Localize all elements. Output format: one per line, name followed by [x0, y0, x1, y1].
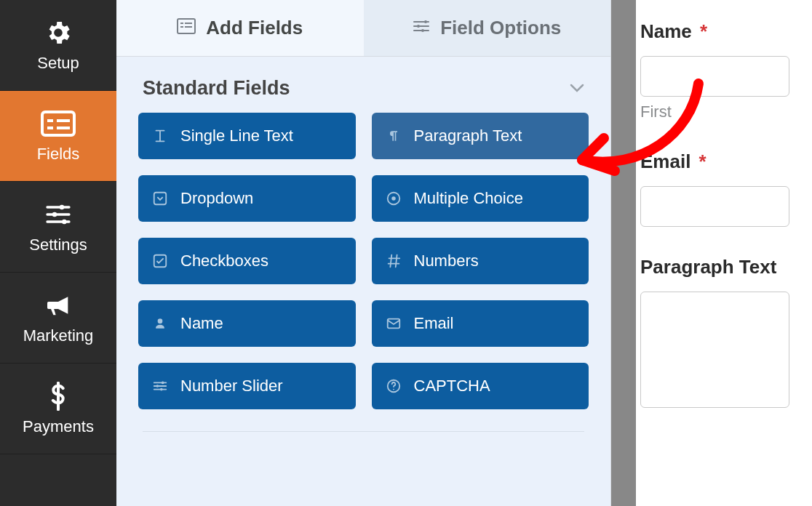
- field-email[interactable]: Email: [372, 300, 589, 347]
- sliders-icon: [413, 17, 430, 39]
- field-label: Name: [180, 314, 223, 333]
- sidebar-item-label: Fields: [37, 145, 80, 164]
- dollar-icon: [49, 381, 68, 411]
- svg-point-6: [52, 212, 57, 217]
- text-cursor-icon: [151, 127, 169, 145]
- svg-rect-12: [185, 26, 192, 28]
- sidebar-item-label: Payments: [23, 417, 94, 436]
- pilcrow-icon: [385, 127, 402, 145]
- svg-rect-2: [57, 119, 70, 122]
- preview-label-paragraph: Paragraph Text: [640, 256, 811, 278]
- sliders-icon: [44, 199, 73, 230]
- section-header[interactable]: Standard Fields: [116, 57, 610, 113]
- sidebar-item-marketing[interactable]: Marketing: [0, 273, 116, 364]
- tab-label: Field Options: [440, 17, 561, 39]
- field-label: CAPTCHA: [414, 377, 490, 395]
- sidebar-item-label: Setup: [37, 54, 79, 73]
- field-label: Dropdown: [180, 189, 253, 208]
- bullhorn-icon: [44, 290, 73, 321]
- preview-field-name: Name * First: [640, 20, 811, 121]
- preview-field-email: Email *: [640, 150, 811, 227]
- tabs: Add Fields Field Options: [116, 0, 610, 57]
- label-text: Email: [640, 150, 690, 172]
- field-label: Numbers: [414, 252, 479, 270]
- sidebar-item-label: Marketing: [23, 326, 94, 345]
- sliders-icon: [151, 377, 169, 395]
- field-label: Checkboxes: [180, 252, 268, 270]
- divider: [143, 431, 584, 432]
- field-label: Multiple Choice: [414, 189, 523, 208]
- gear-icon: [44, 17, 73, 48]
- svg-point-21: [162, 382, 164, 385]
- tab-label: Add Fields: [206, 17, 303, 39]
- panel-gap: [611, 0, 636, 506]
- svg-point-14: [417, 25, 420, 28]
- required-asterisk: *: [699, 150, 706, 172]
- tab-field-options[interactable]: Field Options: [364, 0, 611, 56]
- envelope-icon: [385, 315, 402, 332]
- chevron-down-icon: [570, 82, 584, 95]
- email-input[interactable]: [640, 186, 789, 227]
- svg-point-7: [62, 220, 67, 225]
- svg-point-15: [421, 29, 424, 32]
- list-card-icon: [177, 17, 196, 39]
- svg-rect-11: [180, 26, 183, 28]
- svg-rect-4: [57, 126, 70, 129]
- label-text: Name: [640, 20, 692, 42]
- label-text: Paragraph Text: [640, 256, 776, 278]
- field-single-line-text[interactable]: Single Line Text: [138, 113, 356, 159]
- field-dropdown[interactable]: Dropdown: [138, 175, 356, 222]
- field-name[interactable]: Name: [138, 300, 356, 347]
- sidebar-item-setup[interactable]: Setup: [0, 0, 116, 91]
- radio-icon: [385, 190, 402, 207]
- form-fields-icon: [41, 108, 76, 139]
- svg-point-22: [156, 385, 159, 387]
- question-circle-icon: [385, 377, 402, 395]
- field-label: Single Line Text: [180, 126, 293, 145]
- required-asterisk: *: [700, 20, 707, 42]
- person-icon: [151, 315, 169, 332]
- svg-rect-0: [42, 112, 74, 135]
- svg-rect-9: [180, 23, 183, 24]
- field-grid: Single Line Text Paragraph Text Dropdown…: [116, 113, 610, 431]
- svg-point-5: [60, 205, 65, 210]
- svg-point-23: [160, 388, 163, 391]
- sidebar-item-label: Settings: [29, 236, 87, 254]
- field-number-slider[interactable]: Number Slider: [138, 363, 356, 409]
- paragraph-textarea[interactable]: [640, 292, 789, 408]
- field-captcha[interactable]: CAPTCHA: [372, 363, 589, 409]
- preview-field-paragraph: Paragraph Text: [640, 256, 811, 411]
- field-label: Paragraph Text: [414, 126, 522, 145]
- dropdown-icon: [151, 190, 169, 207]
- checkbox-icon: [151, 252, 169, 270]
- sidebar-item-payments[interactable]: Payments: [0, 364, 116, 454]
- sublabel-first: First: [640, 103, 811, 121]
- hash-icon: [385, 252, 402, 270]
- svg-point-18: [391, 196, 396, 201]
- field-numbers[interactable]: Numbers: [372, 238, 589, 284]
- svg-point-13: [424, 20, 427, 23]
- field-paragraph-text[interactable]: Paragraph Text: [372, 113, 589, 159]
- field-multiple-choice[interactable]: Multiple Choice: [372, 175, 589, 222]
- builder-panel: Add Fields Field Options Standard Fields…: [116, 0, 611, 506]
- sidebar-item-fields[interactable]: Fields: [0, 91, 116, 182]
- svg-rect-10: [185, 23, 192, 24]
- field-checkboxes[interactable]: Checkboxes: [138, 238, 356, 284]
- preview-label-email: Email *: [640, 150, 811, 173]
- preview-label-name: Name *: [640, 20, 811, 43]
- svg-rect-16: [154, 193, 167, 205]
- sidebar: Setup Fields Settings Marketing Payments: [0, 0, 116, 506]
- name-first-input[interactable]: [640, 56, 789, 97]
- field-label: Email: [414, 314, 454, 333]
- svg-rect-3: [47, 126, 53, 129]
- section-title: Standard Fields: [143, 77, 290, 100]
- field-label: Number Slider: [180, 377, 283, 395]
- sidebar-item-settings[interactable]: Settings: [0, 182, 116, 273]
- tab-add-fields[interactable]: Add Fields: [116, 0, 364, 56]
- svg-rect-1: [47, 119, 53, 122]
- preview-panel: Name * First Email * Paragraph Text: [636, 0, 812, 506]
